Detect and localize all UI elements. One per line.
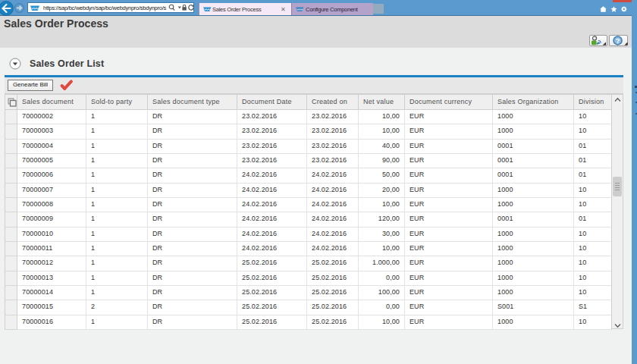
svg-text:?: ? bbox=[616, 36, 620, 44]
